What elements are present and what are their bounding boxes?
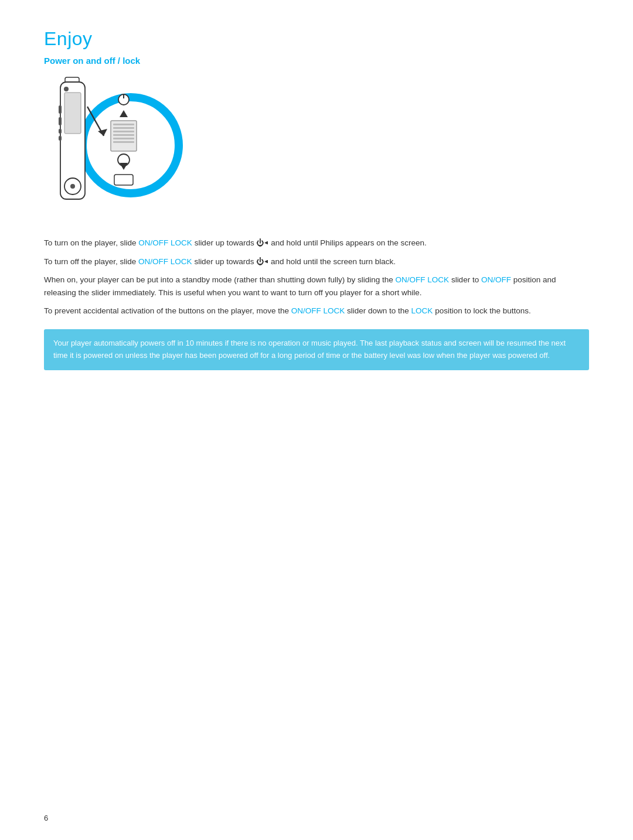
svg-rect-8 (64, 93, 81, 134)
svg-rect-4 (59, 105, 62, 114)
page-title: Enjoy (44, 28, 589, 50)
svg-rect-16 (113, 127, 134, 129)
svg-rect-15 (113, 124, 134, 125)
highlight-onoff-1: ON/OFF (481, 275, 511, 284)
svg-marker-22 (120, 163, 128, 170)
highlight-onoff-lock-2: ON/OFF LOCK (138, 257, 192, 266)
device-illustration (44, 76, 208, 228)
svg-point-10 (70, 184, 75, 189)
paragraph-1: To turn on the player, slide ON/OFF LOCK… (44, 237, 589, 250)
section-heading: Power on and off / lock (44, 56, 589, 66)
svg-rect-23 (114, 175, 133, 185)
svg-point-3 (64, 87, 69, 91)
svg-rect-20 (113, 141, 134, 143)
paragraph-3: When on, your player can be put into a s… (44, 274, 589, 299)
svg-rect-6 (59, 129, 62, 134)
svg-marker-13 (120, 110, 128, 117)
svg-rect-17 (113, 131, 134, 132)
highlight-lock: LOCK (411, 306, 433, 315)
svg-rect-19 (113, 138, 134, 139)
svg-rect-18 (113, 134, 134, 136)
info-box: Your player automatically powers off in … (44, 329, 589, 370)
svg-rect-5 (59, 117, 62, 125)
highlight-onoff-lock-3: ON/OFF LOCK (396, 275, 450, 284)
svg-rect-7 (59, 136, 62, 141)
highlight-onoff-lock-1: ON/OFF LOCK (138, 238, 192, 247)
page-number: 6 (44, 814, 48, 822)
paragraph-2: To turn off the player, slide ON/OFF LOC… (44, 255, 589, 268)
svg-marker-25 (98, 129, 107, 136)
paragraph-4: To prevent accidental activation of the … (44, 305, 589, 317)
highlight-onoff-lock-4: ON/OFF LOCK (291, 306, 345, 315)
device-svg (44, 76, 208, 228)
